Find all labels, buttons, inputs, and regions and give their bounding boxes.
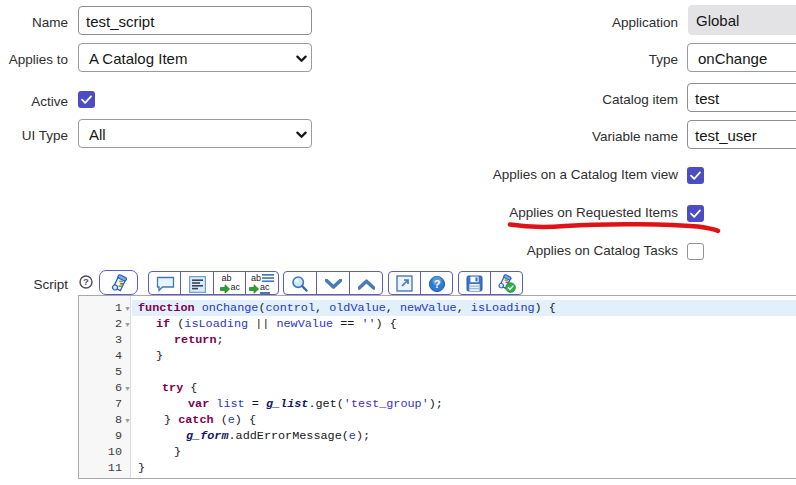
svg-text:?: ? — [434, 278, 441, 290]
svg-text:?: ? — [83, 276, 89, 287]
